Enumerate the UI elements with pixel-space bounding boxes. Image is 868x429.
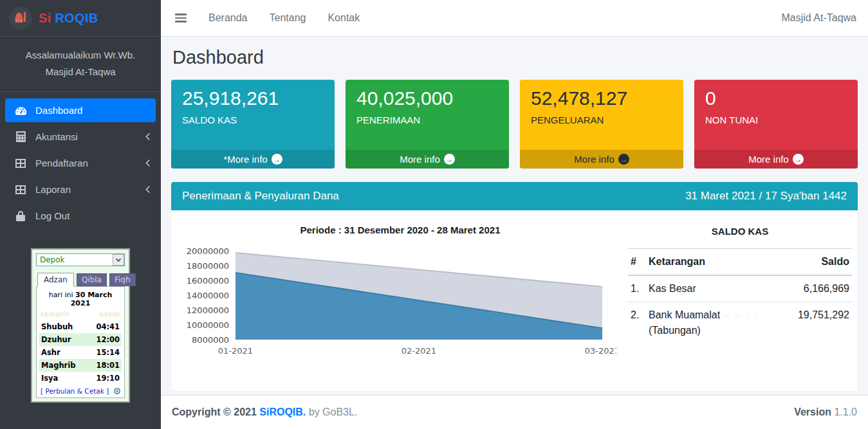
sidebar-item-dashboard[interactable]: Dashboard	[5, 98, 156, 122]
infobox-body: 0NON TUNAI	[694, 80, 858, 150]
account-name-line2: (Tabungan)	[649, 325, 781, 336]
chevron-left-icon	[144, 186, 150, 193]
chart-title: Periode : 31 Desember 2020 - 28 Maret 20…	[184, 224, 616, 235]
tachometer-icon	[11, 105, 30, 116]
greeting-line2: Masjid At-Taqwa	[5, 64, 156, 80]
arrow-circle-right-icon	[618, 154, 629, 165]
next-day-link[interactable]: besok	[99, 310, 120, 318]
version-text: Version 1.1.0	[794, 406, 857, 418]
y-tick-label: 18000000	[187, 261, 229, 271]
arrow-circle-right-icon	[444, 154, 455, 165]
lock-icon	[11, 211, 30, 221]
arrow-circle-right-icon	[793, 154, 804, 165]
page-title: Dashboard	[172, 47, 858, 68]
infobox-value: 52,478,127	[531, 87, 672, 109]
sidebar-item-label: Dashboard	[35, 105, 150, 116]
panel-body: Periode : 31 Desember 2020 - 28 Maret 20…	[171, 210, 858, 391]
prayer-times-widget: Depok Adzan Qibla Fiqh hari ini 30 March…	[31, 248, 130, 403]
prayer-name: Shubuh	[41, 322, 73, 331]
col-ketarangan: Ketarangan	[646, 249, 784, 276]
infobox-saldo-kas: 25,918,261SALDO KAS*More info	[171, 80, 335, 169]
prayer-name: Maghrib	[41, 361, 75, 370]
saldo-table-header-row: # Ketarangan Saldo	[628, 249, 852, 276]
widget-badge-icon	[114, 388, 120, 394]
copyright-text: Copyright © 2021 SiROQIB. by GoB3L.	[172, 406, 357, 418]
account-name: Kas Besar	[649, 283, 696, 294]
more-info-label: More info	[574, 154, 614, 165]
infobox-penerimaan: 40,025,000PENERIMAANMore info	[346, 80, 509, 169]
more-info-link[interactable]: More info	[346, 150, 509, 169]
prayer-tab-content: hari ini 30 March 2021 kemarin besok Shu…	[36, 286, 125, 398]
sidebar-item-label: Laporan	[35, 184, 144, 195]
prayer-row-ashr: Ashr15:14	[39, 346, 122, 359]
infobox-non-tunai: 0NON TUNAIMore info	[694, 80, 858, 169]
sidebar-item-log-out[interactable]: Log Out	[5, 204, 156, 228]
select-dropdown-button[interactable]	[113, 254, 124, 266]
version-number: 1.1.0	[834, 406, 857, 417]
prayer-tabs: Adzan Qibla Fiqh	[37, 272, 125, 286]
y-tick-label: 14000000	[187, 291, 229, 300]
more-info-link[interactable]: *More info	[171, 150, 335, 169]
nav-link-tentang[interactable]: Tentang	[270, 12, 306, 24]
infobox-body: 52,478,127PENGELUARAN	[520, 80, 683, 150]
nav-link-beranda[interactable]: Beranda	[208, 12, 248, 24]
chevron-left-icon	[144, 160, 150, 167]
account-name: Bank Muamalat	[649, 309, 720, 320]
sidebar-item-akuntansi[interactable]: Akuntansi	[5, 125, 156, 149]
chart-column: Periode : 31 Desember 2020 - 28 Maret 20…	[175, 223, 623, 374]
calculator-icon	[11, 131, 30, 142]
sidebar-menu: DashboardAkuntansiPendaftaranLaporanLog …	[0, 92, 161, 228]
panel-title: Penerimaan & Penyaluran Dana	[182, 190, 339, 203]
chevron-down-icon	[116, 256, 121, 261]
sidebar-item-label: Akuntansi	[35, 131, 144, 142]
more-info-label: More info	[400, 154, 440, 165]
more-info-label: *More info	[223, 154, 267, 165]
more-info-label: More info	[748, 154, 789, 165]
redacted-account-number: ·· ·· · ·	[723, 311, 759, 320]
footer-brand-link[interactable]: SiROQIB.	[259, 406, 306, 417]
prayer-name: Dzuhur	[41, 335, 71, 344]
panel-header: Penerimaan & Penyaluran Dana 31 Maret 20…	[171, 182, 858, 210]
prayer-day-nav: kemarin besok	[39, 309, 122, 320]
sidebar-item-laporan[interactable]: Laporan	[5, 178, 156, 201]
y-tick-label: 12000000	[187, 306, 229, 315]
tab-qibla[interactable]: Qibla	[77, 273, 107, 286]
sidebar-item-label: Pendaftaran	[35, 158, 144, 169]
saldo-table-row: 2.Bank Muamalat ·· ·· · ·(Tabungan)19,75…	[628, 302, 852, 344]
prayer-time: 18:01	[96, 361, 120, 370]
sidebar-item-pendaftaran[interactable]: Pendaftaran	[5, 151, 156, 175]
tab-adzan[interactable]: Adzan	[37, 273, 74, 287]
prayer-row-isya: Isya19:10	[39, 372, 122, 385]
y-tick-label: 8000000	[192, 335, 229, 345]
infobox-label: PENGELUARAN	[531, 114, 672, 125]
infobox-value: 0	[705, 87, 847, 109]
brand[interactable]: Si ROQIB	[0, 0, 161, 37]
tab-fiqh[interactable]: Fiqh	[109, 273, 136, 286]
x-tick-label: 02-2021	[402, 346, 436, 356]
table-icon	[11, 185, 30, 194]
panel-date: 31 Maret 2021 / 17 Sya'ban 1442	[685, 190, 847, 203]
prev-day-link[interactable]: kemarin	[41, 310, 69, 318]
brand-roqib: ROQIB	[55, 11, 98, 25]
prayer-date-line: hari ini 30 March 2021	[39, 291, 122, 307]
prayer-city-select[interactable]: Depok	[36, 253, 125, 266]
arrow-circle-right-icon	[272, 154, 282, 165]
greeting-line1: Assalamualaikum Wr.Wb.	[5, 47, 156, 64]
perbulan-cetak-link[interactable]: [ Perbulan & Cetak ]	[41, 387, 109, 395]
sidebar-item-label: Log Out	[35, 210, 150, 221]
row-number: 1.	[628, 275, 646, 302]
more-info-link[interactable]: More info	[694, 150, 858, 169]
prayer-time: 04:41	[96, 322, 120, 331]
top-navbar: Beranda Tentang Kontak Masjid At-Taqwa	[161, 0, 868, 37]
sidebar-greeting: Assalamualaikum Wr.Wb. Masjid At-Taqwa	[0, 37, 161, 92]
y-tick-label: 10000000	[187, 320, 229, 330]
hamburger-menu-icon[interactable]	[175, 14, 187, 23]
prayer-time: 19:10	[96, 374, 120, 383]
nav-link-kontak[interactable]: Kontak	[328, 12, 360, 24]
infobox-label: PENERIMAAN	[356, 114, 498, 125]
more-info-link[interactable]: More info	[520, 150, 683, 169]
dana-panel: Penerimaan & Penyaluran Dana 31 Maret 20…	[171, 182, 858, 391]
saldo-table-title: SALDO KAS	[628, 226, 852, 237]
mosque-icon	[9, 6, 32, 30]
copyright-year: Copyright © 2021	[172, 406, 257, 417]
